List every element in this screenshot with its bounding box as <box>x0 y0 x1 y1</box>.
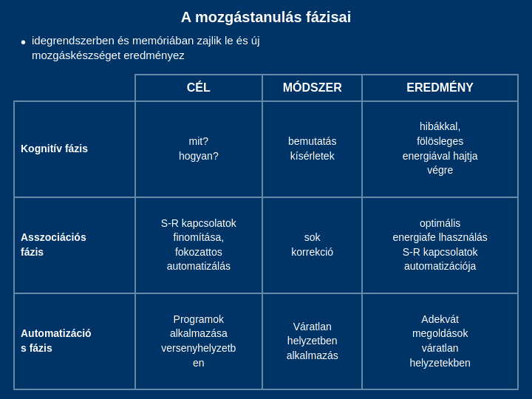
table-header-row: CÉL MÓDSZER EREDMÉNY <box>14 75 518 101</box>
phases-table: CÉL MÓDSZER EREDMÉNY Kognitív fázis mit?… <box>13 74 519 391</box>
table-row: Asszociációsfázis S-R kapcsolatokfinomít… <box>14 197 518 293</box>
bullet-line1: idegrendszerben és memóriában zajlik le … <box>32 34 260 47</box>
row-asszociacios-eredmeny: optimálisenergiafe lhasználásS-R kapcsol… <box>362 197 518 293</box>
row-label-asszociacios: Asszociációsfázis <box>14 197 135 293</box>
bullet-point: • idegrendszerben és memóriában zajlik l… <box>13 33 519 64</box>
bullet-text-content: idegrendszerben és memóriában zajlik le … <box>32 33 260 64</box>
row-automatizacio-cel: Programokalkalmazásaversenyhelyzetben <box>135 293 263 389</box>
bullet-icon: • <box>21 33 26 51</box>
row-kognitiv-modszer: bemutatáskísérletek <box>262 101 362 197</box>
table-row: Kognitív fázis mit?hogyan? bemutatáskísé… <box>14 101 518 197</box>
col-header-empty <box>14 75 135 101</box>
row-kognitiv-cel: mit?hogyan? <box>135 101 263 197</box>
row-kognitiv-eredmeny: hibákkal,fölöslegesenergiával hajtjavégr… <box>362 101 518 197</box>
row-label-automatizacio: Automatizációs fázis <box>14 293 135 389</box>
col-header-eredmeny: EREDMÉNY <box>362 75 518 101</box>
col-header-cel: CÉL <box>135 75 263 101</box>
table-row: Automatizációs fázis Programokalkalmazás… <box>14 293 518 389</box>
row-automatizacio-modszer: Váratlanhelyzetbenalkalmazás <box>262 293 362 389</box>
row-asszociacios-cel: S-R kapcsolatokfinomítása,fokozattosauto… <box>135 197 263 293</box>
bullet-line2: mozgáskészséget eredményez <box>32 49 185 61</box>
row-label-kognitiv: Kognitív fázis <box>14 101 135 197</box>
row-asszociacios-modszer: sokkorrekció <box>262 197 362 293</box>
col-header-modszer: MÓDSZER <box>262 75 362 101</box>
page: A mozgástanulás fázisai • idegrendszerbe… <box>0 0 532 399</box>
row-automatizacio-eredmeny: Adekvátmegoldásokváratlanhelyzetekben <box>362 293 518 389</box>
page-title: A mozgástanulás fázisai <box>181 9 351 26</box>
